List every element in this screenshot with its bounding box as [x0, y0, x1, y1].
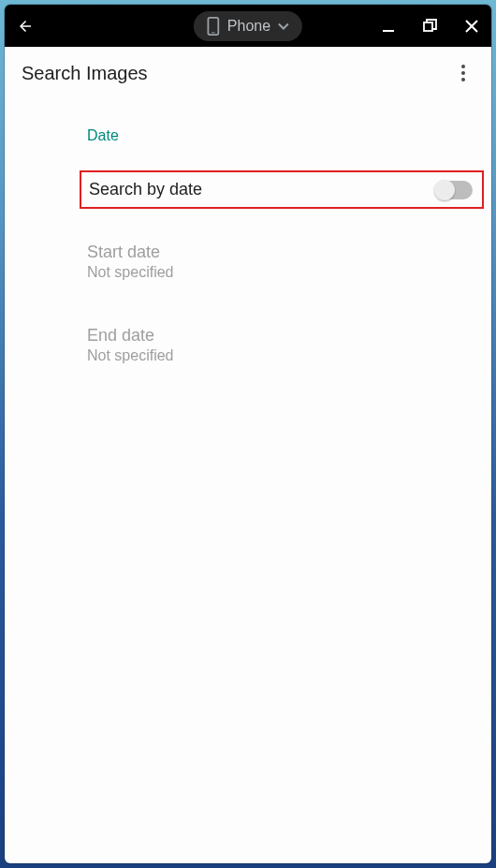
arrow-back-icon	[17, 18, 34, 35]
maximize-restore-icon	[423, 19, 438, 34]
svg-rect-2	[383, 30, 394, 32]
start-date-value: Not specified	[87, 264, 474, 281]
section-label-date: Date	[87, 127, 474, 144]
emulator-titlebar: Phone	[5, 5, 491, 47]
search-by-date-toggle[interactable]	[435, 181, 473, 199]
titlebar-right	[379, 16, 482, 37]
search-by-date-row[interactable]: Search by date	[80, 170, 484, 209]
chevron-down-icon	[278, 22, 289, 30]
close-button[interactable]	[461, 16, 482, 37]
end-date-title: End date	[87, 326, 474, 346]
dot-icon	[461, 71, 465, 75]
search-by-date-label: Search by date	[89, 180, 202, 199]
phone-screen: Search Images Date Search by date Start …	[5, 47, 491, 863]
phone-icon	[207, 17, 220, 36]
emulator-window: Phone	[5, 5, 491, 863]
end-date-field[interactable]: End date Not specified	[87, 326, 474, 364]
maximize-button[interactable]	[420, 16, 441, 37]
close-icon	[465, 20, 478, 33]
device-selector[interactable]: Phone	[194, 11, 302, 41]
overflow-menu-button[interactable]	[452, 62, 474, 84]
svg-rect-3	[424, 22, 432, 31]
toggle-knob	[434, 180, 455, 200]
dot-icon	[461, 78, 465, 81]
titlebar-left	[14, 15, 36, 37]
page-title: Search Images	[22, 63, 148, 84]
minimize-button[interactable]	[379, 16, 400, 37]
app-header: Search Images	[5, 47, 491, 99]
end-date-value: Not specified	[87, 347, 474, 364]
back-button[interactable]	[14, 15, 36, 37]
start-date-title: Start date	[87, 243, 474, 262]
start-date-field[interactable]: Start date Not specified	[87, 243, 474, 281]
content-area: Date Search by date Start date Not speci…	[5, 99, 491, 409]
dot-icon	[461, 65, 465, 68]
device-label: Phone	[227, 18, 270, 35]
svg-rect-1	[212, 32, 215, 33]
minimize-icon	[383, 20, 396, 33]
